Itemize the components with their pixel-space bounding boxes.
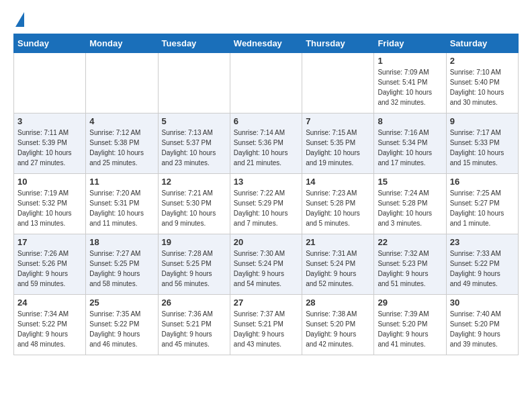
calendar-cell: 22Sunrise: 7:32 AM Sunset: 5:23 PM Dayli… bbox=[374, 234, 446, 295]
day-number: 8 bbox=[378, 116, 442, 126]
day-info: Sunrise: 7:39 AM Sunset: 5:20 PM Dayligh… bbox=[378, 309, 442, 349]
col-header-thursday: Thursday bbox=[302, 34, 374, 53]
calendar-cell: 5Sunrise: 7:13 AM Sunset: 5:37 PM Daylig… bbox=[158, 113, 230, 174]
calendar-cell bbox=[230, 53, 302, 113]
calendar-table: SundayMondayTuesdayWednesdayThursdayFrid… bbox=[13, 34, 519, 355]
day-number: 28 bbox=[306, 298, 370, 308]
day-info: Sunrise: 7:17 AM Sunset: 5:33 PM Dayligh… bbox=[450, 128, 515, 168]
calendar-cell: 27Sunrise: 7:37 AM Sunset: 5:21 PM Dayli… bbox=[230, 295, 302, 355]
calendar-cell: 6Sunrise: 7:14 AM Sunset: 5:36 PM Daylig… bbox=[230, 113, 302, 174]
day-info: Sunrise: 7:31 AM Sunset: 5:24 PM Dayligh… bbox=[306, 248, 370, 289]
day-number: 20 bbox=[234, 237, 298, 247]
calendar-cell: 28Sunrise: 7:38 AM Sunset: 5:20 PM Dayli… bbox=[302, 295, 374, 355]
day-number: 3 bbox=[17, 116, 82, 126]
calendar-cell: 17Sunrise: 7:26 AM Sunset: 5:26 PM Dayli… bbox=[14, 234, 86, 295]
day-number: 29 bbox=[378, 298, 442, 308]
day-info: Sunrise: 7:10 AM Sunset: 5:40 PM Dayligh… bbox=[450, 67, 515, 107]
calendar-cell bbox=[86, 53, 158, 113]
day-number: 5 bbox=[162, 116, 226, 126]
calendar-cell: 29Sunrise: 7:39 AM Sunset: 5:20 PM Dayli… bbox=[374, 295, 446, 355]
day-info: Sunrise: 7:24 AM Sunset: 5:28 PM Dayligh… bbox=[378, 188, 442, 228]
day-info: Sunrise: 7:25 AM Sunset: 5:27 PM Dayligh… bbox=[450, 188, 515, 228]
calendar-cell: 13Sunrise: 7:22 AM Sunset: 5:29 PM Dayli… bbox=[230, 174, 302, 234]
calendar-cell: 15Sunrise: 7:24 AM Sunset: 5:28 PM Dayli… bbox=[374, 174, 446, 234]
day-info: Sunrise: 7:22 AM Sunset: 5:29 PM Dayligh… bbox=[234, 188, 298, 228]
logo bbox=[13, 13, 24, 27]
day-number: 17 bbox=[17, 237, 82, 247]
day-number: 22 bbox=[378, 237, 442, 247]
day-number: 26 bbox=[162, 298, 226, 308]
day-info: Sunrise: 7:40 AM Sunset: 5:20 PM Dayligh… bbox=[450, 309, 515, 349]
day-info: Sunrise: 7:12 AM Sunset: 5:38 PM Dayligh… bbox=[89, 128, 154, 168]
day-number: 24 bbox=[17, 298, 82, 308]
day-number: 14 bbox=[306, 177, 370, 187]
calendar-cell: 23Sunrise: 7:33 AM Sunset: 5:22 PM Dayli… bbox=[446, 234, 518, 295]
day-number: 15 bbox=[378, 177, 442, 187]
day-info: Sunrise: 7:15 AM Sunset: 5:35 PM Dayligh… bbox=[306, 128, 370, 168]
day-number: 16 bbox=[450, 177, 515, 187]
day-number: 19 bbox=[162, 237, 226, 247]
day-number: 23 bbox=[450, 237, 515, 247]
calendar-cell bbox=[14, 53, 86, 113]
day-info: Sunrise: 7:28 AM Sunset: 5:25 PM Dayligh… bbox=[162, 248, 226, 289]
day-number: 1 bbox=[378, 56, 442, 66]
day-number: 11 bbox=[89, 177, 154, 187]
calendar-cell: 4Sunrise: 7:12 AM Sunset: 5:38 PM Daylig… bbox=[86, 113, 158, 174]
week-row-5: 24Sunrise: 7:34 AM Sunset: 5:22 PM Dayli… bbox=[14, 295, 519, 355]
day-info: Sunrise: 7:30 AM Sunset: 5:24 PM Dayligh… bbox=[234, 248, 298, 289]
week-row-2: 3Sunrise: 7:11 AM Sunset: 5:39 PM Daylig… bbox=[14, 113, 519, 174]
day-info: Sunrise: 7:14 AM Sunset: 5:36 PM Dayligh… bbox=[234, 128, 298, 168]
day-info: Sunrise: 7:23 AM Sunset: 5:28 PM Dayligh… bbox=[306, 188, 370, 228]
day-info: Sunrise: 7:37 AM Sunset: 5:21 PM Dayligh… bbox=[234, 309, 298, 349]
calendar-cell: 14Sunrise: 7:23 AM Sunset: 5:28 PM Dayli… bbox=[302, 174, 374, 234]
week-row-4: 17Sunrise: 7:26 AM Sunset: 5:26 PM Dayli… bbox=[14, 234, 519, 295]
calendar-cell: 7Sunrise: 7:15 AM Sunset: 5:35 PM Daylig… bbox=[302, 113, 374, 174]
day-info: Sunrise: 7:27 AM Sunset: 5:25 PM Dayligh… bbox=[89, 248, 154, 289]
calendar-cell: 2Sunrise: 7:10 AM Sunset: 5:40 PM Daylig… bbox=[446, 53, 518, 113]
day-info: Sunrise: 7:32 AM Sunset: 5:23 PM Dayligh… bbox=[378, 248, 442, 289]
calendar-cell: 10Sunrise: 7:19 AM Sunset: 5:32 PM Dayli… bbox=[14, 174, 86, 234]
day-number: 18 bbox=[89, 237, 154, 247]
day-number: 30 bbox=[450, 298, 515, 308]
calendar-cell: 18Sunrise: 7:27 AM Sunset: 5:25 PM Dayli… bbox=[86, 234, 158, 295]
day-number: 21 bbox=[306, 237, 370, 247]
calendar-cell: 25Sunrise: 7:35 AM Sunset: 5:22 PM Dayli… bbox=[86, 295, 158, 355]
day-number: 6 bbox=[234, 116, 298, 126]
col-header-sunday: Sunday bbox=[14, 34, 86, 53]
calendar-cell: 9Sunrise: 7:17 AM Sunset: 5:33 PM Daylig… bbox=[446, 113, 518, 174]
calendar-cell: 26Sunrise: 7:36 AM Sunset: 5:21 PM Dayli… bbox=[158, 295, 230, 355]
day-info: Sunrise: 7:33 AM Sunset: 5:22 PM Dayligh… bbox=[450, 248, 515, 289]
day-number: 10 bbox=[17, 177, 82, 187]
calendar-cell: 19Sunrise: 7:28 AM Sunset: 5:25 PM Dayli… bbox=[158, 234, 230, 295]
week-row-3: 10Sunrise: 7:19 AM Sunset: 5:32 PM Dayli… bbox=[14, 174, 519, 234]
day-info: Sunrise: 7:38 AM Sunset: 5:20 PM Dayligh… bbox=[306, 309, 370, 349]
day-info: Sunrise: 7:09 AM Sunset: 5:41 PM Dayligh… bbox=[378, 67, 442, 107]
col-header-saturday: Saturday bbox=[446, 34, 518, 53]
day-info: Sunrise: 7:36 AM Sunset: 5:21 PM Dayligh… bbox=[162, 309, 226, 349]
col-header-friday: Friday bbox=[374, 34, 446, 53]
week-row-1: 1Sunrise: 7:09 AM Sunset: 5:41 PM Daylig… bbox=[14, 53, 519, 113]
calendar-cell: 11Sunrise: 7:20 AM Sunset: 5:31 PM Dayli… bbox=[86, 174, 158, 234]
col-header-tuesday: Tuesday bbox=[158, 34, 230, 53]
day-info: Sunrise: 7:34 AM Sunset: 5:22 PM Dayligh… bbox=[17, 309, 82, 349]
day-info: Sunrise: 7:13 AM Sunset: 5:37 PM Dayligh… bbox=[162, 128, 226, 168]
calendar-header-row: SundayMondayTuesdayWednesdayThursdayFrid… bbox=[14, 34, 519, 53]
day-number: 25 bbox=[89, 298, 154, 308]
day-info: Sunrise: 7:21 AM Sunset: 5:30 PM Dayligh… bbox=[162, 188, 226, 228]
calendar-cell: 16Sunrise: 7:25 AM Sunset: 5:27 PM Dayli… bbox=[446, 174, 518, 234]
day-info: Sunrise: 7:26 AM Sunset: 5:26 PM Dayligh… bbox=[17, 248, 82, 289]
calendar-cell: 8Sunrise: 7:16 AM Sunset: 5:34 PM Daylig… bbox=[374, 113, 446, 174]
calendar-cell: 1Sunrise: 7:09 AM Sunset: 5:41 PM Daylig… bbox=[374, 53, 446, 113]
day-number: 9 bbox=[450, 116, 515, 126]
day-number: 13 bbox=[234, 177, 298, 187]
day-number: 27 bbox=[234, 298, 298, 308]
day-number: 4 bbox=[89, 116, 154, 126]
page-header bbox=[13, 13, 519, 27]
calendar-cell: 3Sunrise: 7:11 AM Sunset: 5:39 PM Daylig… bbox=[14, 113, 86, 174]
calendar-cell bbox=[158, 53, 230, 113]
col-header-monday: Monday bbox=[86, 34, 158, 53]
day-info: Sunrise: 7:16 AM Sunset: 5:34 PM Dayligh… bbox=[378, 128, 442, 168]
day-info: Sunrise: 7:19 AM Sunset: 5:32 PM Dayligh… bbox=[17, 188, 82, 228]
calendar-cell: 12Sunrise: 7:21 AM Sunset: 5:30 PM Dayli… bbox=[158, 174, 230, 234]
calendar-cell: 21Sunrise: 7:31 AM Sunset: 5:24 PM Dayli… bbox=[302, 234, 374, 295]
